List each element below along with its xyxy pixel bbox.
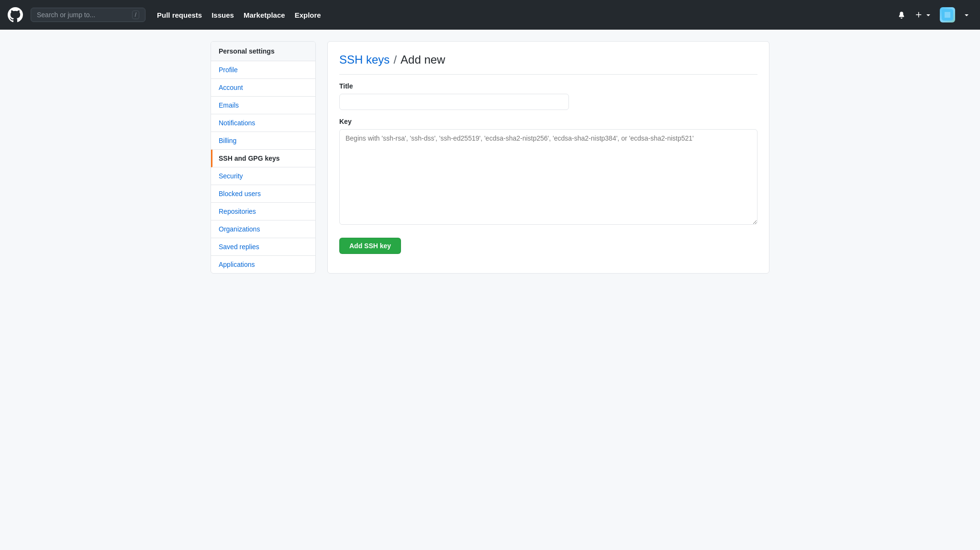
sidebar-item-billing[interactable]: Billing — [211, 132, 315, 150]
sidebar-item-profile[interactable]: Profile — [211, 61, 315, 79]
breadcrumb: SSH keys / Add new — [339, 53, 757, 75]
sidebar: Personal settings Profile Account Emails… — [211, 41, 316, 274]
search-bar[interactable]: Search or jump to... / — [31, 8, 145, 22]
breadcrumb-separator: / — [393, 53, 397, 66]
nav-right — [896, 7, 972, 22]
sidebar-header: Personal settings — [211, 42, 315, 61]
github-logo[interactable] — [8, 7, 23, 22]
sidebar-item-ssh-gpg-keys[interactable]: SSH and GPG keys — [211, 150, 315, 167]
sidebar-item-account[interactable]: Account — [211, 79, 315, 97]
search-placeholder: Search or jump to... — [37, 11, 128, 19]
sidebar-item-security[interactable]: Security — [211, 167, 315, 185]
sidebar-item-emails[interactable]: Emails — [211, 97, 315, 114]
key-textarea[interactable] — [339, 129, 757, 225]
add-ssh-key-button[interactable]: Add SSH key — [339, 238, 401, 254]
title-label: Title — [339, 82, 757, 90]
sidebar-item-notifications[interactable]: Notifications — [211, 114, 315, 132]
notifications-bell-button[interactable] — [896, 9, 907, 21]
nav-marketplace[interactable]: Marketplace — [244, 11, 285, 19]
nav-bar: Search or jump to... / Pull requests Iss… — [0, 0, 980, 30]
key-label: Key — [339, 118, 757, 125]
nav-issues[interactable]: Issues — [212, 11, 234, 19]
user-menu-dropdown[interactable] — [961, 9, 972, 21]
nav-explore[interactable]: Explore — [295, 11, 321, 19]
key-form-group: Key — [339, 118, 757, 226]
nav-pull-requests[interactable]: Pull requests — [157, 11, 202, 19]
search-shortcut: / — [132, 11, 139, 19]
sidebar-item-organizations[interactable]: Organizations — [211, 220, 315, 238]
create-new-button[interactable] — [913, 9, 934, 21]
breadcrumb-ssh-keys-link[interactable]: SSH keys — [339, 53, 390, 66]
sidebar-item-repositories[interactable]: Repositories — [211, 203, 315, 220]
page-container: Personal settings Profile Account Emails… — [203, 30, 777, 285]
sidebar-item-saved-replies[interactable]: Saved replies — [211, 238, 315, 256]
sidebar-item-applications[interactable]: Applications — [211, 256, 315, 273]
main-content: SSH keys / Add new Title Key Add SSH key — [327, 41, 769, 274]
breadcrumb-current: Add new — [401, 53, 445, 66]
sidebar-item-blocked-users[interactable]: Blocked users — [211, 185, 315, 203]
title-form-group: Title — [339, 82, 757, 110]
title-input[interactable] — [339, 94, 569, 110]
nav-links: Pull requests Issues Marketplace Explore — [157, 11, 888, 19]
user-avatar[interactable] — [940, 7, 955, 22]
